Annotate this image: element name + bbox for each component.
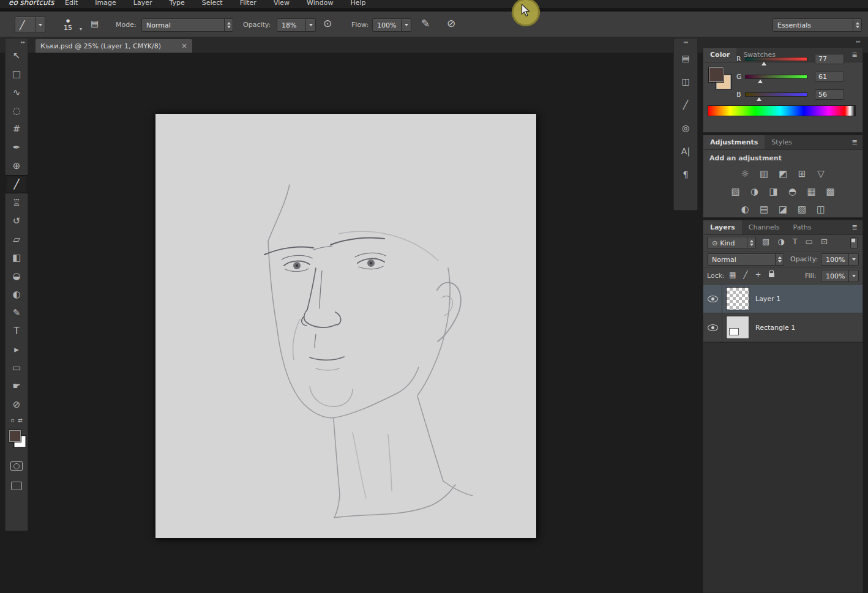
posterize-adjustment-icon[interactable]: ▤ xyxy=(757,204,771,215)
canvas-area[interactable] xyxy=(29,53,671,593)
quick-selection-tool[interactable]: ◌ xyxy=(6,102,28,120)
menu-item-edit[interactable]: Edit xyxy=(56,0,86,8)
black-white-adjustment-icon[interactable]: ◨ xyxy=(767,186,780,197)
threshold-adjustment-icon[interactable]: ◪ xyxy=(776,204,790,215)
pixel-layer-filter-icon[interactable]: ▨ xyxy=(762,237,769,246)
channel-slider-track[interactable] xyxy=(745,92,807,97)
eyedropper-tool[interactable]: ✒ xyxy=(6,138,28,157)
blur-tool[interactable]: ◒ xyxy=(6,267,28,285)
eraser-tool[interactable]: ▱ xyxy=(6,230,28,248)
brush-panel-icon[interactable]: ╱ xyxy=(674,93,697,116)
properties-panel-icon[interactable]: ◫ xyxy=(674,70,697,93)
color-balance-adjustment-icon[interactable]: ◑ xyxy=(748,186,761,197)
path-selection-tool[interactable]: ▸ xyxy=(6,340,28,359)
tab-styles[interactable]: Styles xyxy=(765,135,798,149)
document-tab[interactable]: Къки.psd @ 25% (Layer 1, CMYK/8) × xyxy=(35,39,193,53)
layer-thumbnail[interactable] xyxy=(726,287,749,310)
menu-item-window[interactable]: Window xyxy=(298,0,342,8)
screen-mode-button[interactable] xyxy=(11,482,22,490)
lock-transparency-icon[interactable]: ▦ xyxy=(729,270,736,279)
paragraph-panel-icon[interactable]: ¶ xyxy=(674,163,697,186)
zoom-tool[interactable]: ⊘ xyxy=(6,395,28,414)
brush-panel-toggle-button[interactable]: ▤ xyxy=(91,18,99,28)
tab-channels[interactable]: Channels xyxy=(742,220,787,234)
slider-thumb[interactable] xyxy=(757,97,761,101)
menu-item-select[interactable]: Select xyxy=(193,0,231,8)
filtering-toggle[interactable] xyxy=(850,237,858,248)
color-lookup-adjustment-icon[interactable]: ▩ xyxy=(824,186,837,197)
type-tool[interactable]: T xyxy=(6,322,28,340)
invert-adjustment-icon[interactable]: ◐ xyxy=(738,204,752,215)
menu-item-layer[interactable]: Layer xyxy=(125,0,161,8)
channel-slider-track[interactable] xyxy=(745,57,807,61)
clone-source-panel-icon[interactable]: ◎ xyxy=(674,116,697,140)
exposure-adjustment-icon[interactable]: ⊞ xyxy=(795,168,809,179)
brightness-contrast-adjustment-icon[interactable]: ☼ xyxy=(738,168,752,179)
history-brush-tool[interactable]: ↺ xyxy=(6,212,28,230)
layer-visibility-toggle[interactable] xyxy=(708,324,718,331)
tab-adjustments[interactable]: Adjustments xyxy=(703,135,765,149)
hue-saturation-adjustment-icon[interactable]: ▧ xyxy=(729,186,743,197)
pen-tool[interactable]: ✎ xyxy=(6,304,28,322)
gradient-tool[interactable]: ◧ xyxy=(6,248,28,267)
flow-input[interactable]: 100% xyxy=(372,18,411,32)
channel-value-input[interactable]: 77 xyxy=(815,54,844,64)
document-canvas[interactable] xyxy=(155,114,536,538)
layer-opacity-input[interactable]: 100% xyxy=(821,253,859,266)
channel-value-input[interactable]: 56 xyxy=(815,89,844,100)
workspace-select[interactable]: Essentials xyxy=(773,18,862,32)
menu-item-image[interactable]: Image xyxy=(86,0,124,8)
levels-adjustment-icon[interactable]: ▥ xyxy=(757,168,771,179)
lock-position-icon[interactable]: + xyxy=(755,270,761,279)
rectangular-marquee-tool[interactable]: □ xyxy=(6,65,28,83)
selective-color-adjustment-icon[interactable]: ◫ xyxy=(814,204,828,215)
channel-slider-track[interactable] xyxy=(745,75,807,79)
clone-stamp-tool[interactable]: ♖ xyxy=(6,193,28,212)
swap-colors-icon[interactable]: ⇄ xyxy=(18,417,23,423)
tab-paths[interactable]: Paths xyxy=(787,220,818,234)
default-colors-icon[interactable]: ▫ xyxy=(10,417,14,423)
menu-item-filter[interactable]: Filter xyxy=(231,0,265,8)
blend-mode-select[interactable]: Normal xyxy=(141,18,233,32)
tool-preset-picker[interactable]: ╱ xyxy=(15,17,45,33)
brush-tool[interactable]: ╱ xyxy=(6,175,28,193)
layer-blend-mode-select[interactable]: Normal xyxy=(707,253,784,266)
dodge-tool[interactable]: ◐ xyxy=(6,285,28,304)
menu-item-view[interactable]: View xyxy=(265,0,298,8)
collapse-dock-icon[interactable]: ▸▸ xyxy=(6,39,28,47)
channel-value-input[interactable]: 61 xyxy=(815,72,844,82)
crop-tool[interactable]: # xyxy=(6,120,28,138)
tab-layers[interactable]: Layers xyxy=(703,220,742,234)
history-panel-icon[interactable]: ▤ xyxy=(674,47,697,70)
lock-all-icon[interactable] xyxy=(769,273,774,277)
shape-layer-filter-icon[interactable]: ▭ xyxy=(806,237,813,246)
adjustments-panel-menu-icon[interactable]: ≣ xyxy=(847,135,862,149)
quick-mask-button[interactable] xyxy=(10,461,23,471)
layers-panel-menu-icon[interactable]: ≣ xyxy=(847,220,862,234)
lock-pixels-icon[interactable]: ╱ xyxy=(743,270,747,279)
color-spectrum-ramp[interactable] xyxy=(708,105,856,116)
collapse-dock-icon[interactable]: ▸▸ xyxy=(703,38,863,45)
gradient-map-adjustment-icon[interactable]: ▨ xyxy=(795,204,809,215)
type-layer-filter-icon[interactable]: T xyxy=(793,237,798,246)
expand-panels-icon[interactable]: ◂◂ xyxy=(674,39,697,47)
rectangle-tool[interactable]: ▭ xyxy=(6,359,28,377)
tablet-pressure-opacity-icon[interactable]: ⊙ xyxy=(323,17,332,29)
photo-filter-adjustment-icon[interactable]: ◓ xyxy=(786,186,799,197)
opacity-input[interactable]: 18% xyxy=(277,18,316,32)
layer-row[interactable]: Rectangle 1 xyxy=(703,313,862,342)
hand-tool[interactable]: ☛ xyxy=(6,377,28,395)
foreground-color-swatch[interactable] xyxy=(9,430,21,442)
spot-healing-brush-tool[interactable]: ⊕ xyxy=(6,157,28,175)
layer-fill-input[interactable]: 100% xyxy=(821,270,859,282)
layer-filter-kind-select[interactable]: ⊙ Kind xyxy=(707,237,756,249)
character-panel-icon[interactable]: A| xyxy=(674,140,697,163)
brush-size-picker[interactable]: ● 15 ▾ xyxy=(55,14,81,35)
lasso-tool[interactable]: ∿ xyxy=(6,83,28,102)
slider-thumb[interactable] xyxy=(761,62,766,65)
smart-object-filter-icon[interactable]: ⊡ xyxy=(821,237,828,246)
foreground-color-swatch[interactable] xyxy=(708,67,724,83)
close-tab-icon[interactable]: × xyxy=(176,42,187,50)
layer-row[interactable]: Layer 1 xyxy=(703,285,862,313)
menu-item-help[interactable]: Help xyxy=(342,0,374,8)
